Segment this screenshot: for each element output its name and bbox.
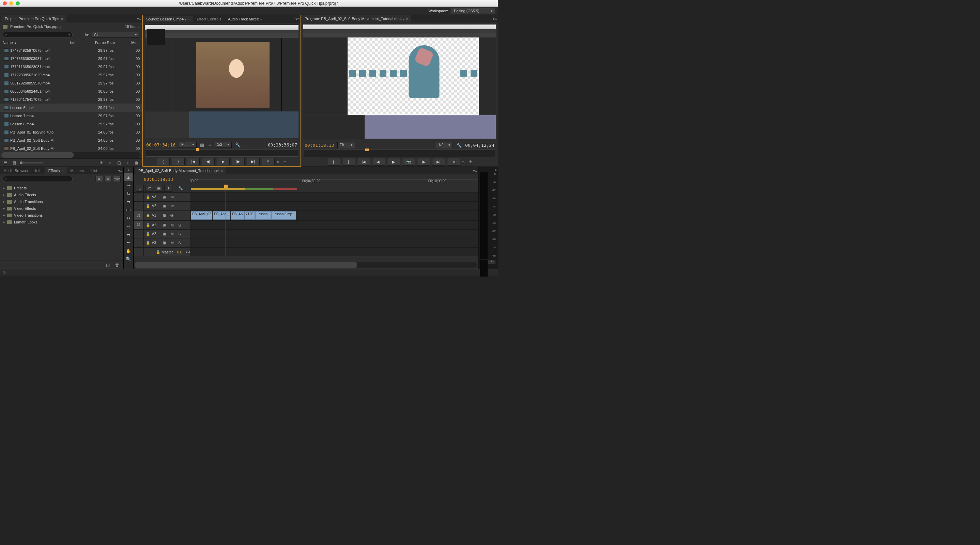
program-out-timecode[interactable]: 00;04;12;24 — [465, 143, 495, 148]
clip[interactable]: PB_April_02 — [191, 211, 212, 220]
history-tab[interactable]: Hist — [87, 167, 100, 174]
track-v3[interactable]: 🔒V3▣👁 — [134, 193, 478, 202]
time-ruler[interactable]: 00;0000;04;59;2900;10;00;00 — [190, 179, 478, 180]
filter-dropdown[interactable]: All — [92, 32, 139, 38]
project-row[interactable]: 174734925870675.mp429.97 fps00 — [0, 46, 142, 54]
mark-out-button[interactable]: } — [172, 158, 185, 165]
source-scrubber[interactable] — [145, 149, 298, 157]
workspace-dropdown[interactable]: Editing (CS5.5) — [451, 8, 495, 14]
track-a3[interactable]: 🔒A3▣MS — [134, 238, 478, 247]
new-item-icon[interactable]: ▫ — [124, 160, 131, 166]
go-out-button[interactable]: ▶| — [247, 158, 260, 165]
step-back-button[interactable]: ◀| — [202, 158, 215, 165]
clip[interactable]: Lesson — [255, 211, 271, 220]
program-viewer[interactable] — [303, 24, 496, 139]
zoom-slider[interactable] — [20, 162, 44, 164]
program-in-timecode[interactable]: 00:01:18;13 — [305, 143, 334, 148]
effects-tree[interactable]: Presets Audio Effects Audio Transitions … — [0, 183, 123, 261]
res-dropdown[interactable]: 1/2 — [215, 142, 232, 148]
snap-icon[interactable]: ⊂ — [145, 185, 153, 192]
presets-folder[interactable]: Presets — [0, 184, 123, 191]
add-button-icon[interactable]: + — [283, 158, 286, 165]
panel-menu-icon[interactable]: ▾≡ — [136, 17, 142, 21]
slip-tool[interactable]: ⇔ — [124, 222, 132, 230]
wrench-icon[interactable]: 🔧 — [456, 143, 462, 148]
close-icon[interactable]: × — [61, 17, 63, 21]
track-a2[interactable]: 🔒A2▣MS — [134, 230, 478, 238]
project-tab[interactable]: Project: Premiere Pro Quick Tips× — [2, 15, 67, 22]
work-area[interactable] — [191, 188, 478, 191]
source-in-timecode[interactable]: 00:07:34;16 — [146, 142, 175, 148]
playhead-icon[interactable] — [365, 148, 369, 151]
project-row[interactable]: 177223385621829.mp429.97 fps00 — [0, 71, 142, 79]
timeline-zoom-scrollbar[interactable] — [135, 262, 477, 268]
tracks-area[interactable]: 🔒V3▣👁 🔒V2▣👁 V1🔒V1▣👁PB_April_02PB_April_P… — [134, 193, 478, 261]
column-headers[interactable]: Name bel Frame Rate Medi — [0, 39, 142, 46]
selection-tool[interactable]: ▲ — [124, 173, 132, 181]
effects-search[interactable] — [3, 176, 73, 182]
project-row[interactable]: Lesson 8.mp429.97 fps00 — [0, 120, 142, 128]
playhead-icon[interactable] — [196, 148, 199, 151]
sequence-tab[interactable]: PB_April_02_Soft Body Movement_Tutorial.… — [135, 167, 226, 174]
wrench-icon[interactable]: 🔧 — [177, 185, 185, 192]
trash-icon[interactable]: 🗑 — [133, 160, 140, 166]
project-row[interactable]: Lesson 6.mp429.97 fps00 — [0, 103, 142, 112]
effects-tab[interactable]: Effects× — [45, 167, 67, 174]
source-tab[interactable]: Source: Lesson 6.mp4 ▾× — [143, 16, 193, 22]
new-bin-icon[interactable]: ▢ — [116, 160, 123, 166]
panel-menu-icon[interactable]: ≡ — [126, 168, 132, 173]
program-tab[interactable]: Program: PB_April_02_Soft Body Movement_… — [301, 15, 411, 22]
zoom-tool[interactable]: 🔍 — [124, 255, 132, 263]
playhead-icon[interactable] — [224, 184, 228, 188]
wrench-icon[interactable]: 🔧 — [235, 142, 240, 148]
close-icon[interactable]: × — [62, 169, 64, 173]
clip[interactable]: 7126 — [244, 211, 255, 220]
panel-menu-icon[interactable]: ▾≡ — [117, 168, 123, 173]
panel-menu-icon[interactable]: ▾≡ — [294, 17, 301, 21]
lumetri-folder[interactable]: Lumetri Looks — [0, 219, 123, 226]
marker-icon[interactable]: ▣ — [155, 185, 163, 192]
slide-tool[interactable]: ⬌ — [124, 230, 132, 238]
source-viewer[interactable] — [145, 25, 299, 138]
mark-in-button[interactable]: { — [327, 158, 340, 165]
automate-icon[interactable]: ⊪ — [98, 160, 105, 166]
project-row[interactable]: 174735639203937.mp429.97 fps00 — [0, 54, 142, 63]
project-row[interactable]: Lesson 7.mp429.97 fps00 — [0, 112, 142, 120]
fx-yuv-icon[interactable]: YUV — [113, 176, 121, 182]
fx-accel-icon[interactable]: ▣ — [95, 176, 103, 182]
step-fwd-button[interactable]: |▶ — [417, 158, 430, 165]
track-select-tool[interactable]: ⇥ — [124, 181, 132, 189]
track-v1[interactable]: V1🔒V1▣👁PB_April_02PB_April_PB_Ap7126Less… — [134, 210, 478, 221]
project-row[interactable]: PB_April_01_lipSync_tuto24.00 fps00 — [0, 128, 142, 136]
razor-tool[interactable]: ✂ — [124, 214, 132, 222]
close-icon[interactable]: × — [188, 18, 190, 21]
add-button-icon[interactable]: + — [469, 159, 472, 165]
video-effects-folder[interactable]: Video Effects — [0, 205, 123, 212]
pen-tool[interactable]: ✒ — [124, 238, 132, 246]
extract-button[interactable]: ⇥| — [447, 158, 460, 165]
markers-tab[interactable]: Markers — [67, 167, 87, 174]
clip[interactable]: PB_April_ — [213, 211, 230, 220]
settings-icon[interactable]: ▦ — [200, 142, 204, 148]
project-row[interactable]: PB_April_02_Soft Body M24.00 fps00 — [0, 145, 142, 152]
find-icon[interactable]: ⌕ — [107, 160, 113, 166]
project-list[interactable]: 174734925870675.mp429.97 fps001747356392… — [0, 46, 142, 152]
icon-view-icon[interactable]: ▦ — [11, 160, 18, 166]
panel-menu-icon[interactable]: ▾≡ — [492, 17, 498, 21]
minimize-button[interactable] — [9, 2, 13, 5]
play-button[interactable]: ▶ — [217, 158, 230, 165]
insert-button[interactable]: ⎘ — [262, 158, 275, 165]
track-v2[interactable]: 🔒V2▣👁 — [134, 202, 478, 210]
media-browser-tab[interactable]: Media Browser — [0, 167, 32, 174]
res-dropdown[interactable]: 1/2 — [436, 142, 453, 148]
close-icon[interactable]: × — [221, 169, 223, 173]
rate-stretch-tool[interactable]: ⟷ — [124, 206, 132, 214]
video-transitions-folder[interactable]: Video Transitions — [0, 212, 123, 219]
track-a1[interactable]: A1🔒A1▣MS — [134, 221, 478, 230]
info-tab[interactable]: Info — [32, 167, 45, 174]
project-search[interactable]: ▾ — [3, 32, 73, 38]
audio-transitions-folder[interactable]: Audio Transitions — [0, 198, 123, 205]
project-row[interactable]: 712604175417078.mp429.97 fps00 — [0, 95, 142, 103]
panel-menu-icon[interactable]: ≡ — [480, 168, 496, 172]
step-fwd-button[interactable]: |▶ — [232, 158, 245, 165]
